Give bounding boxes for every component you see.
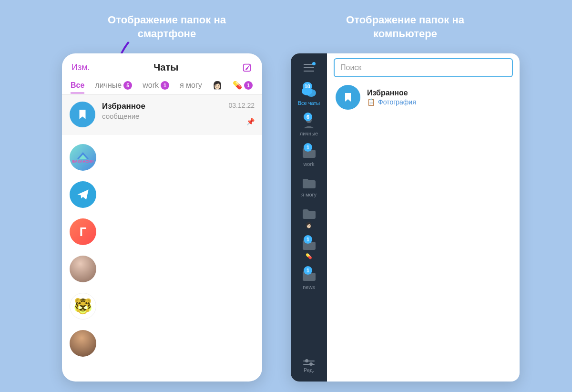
sidebar-edit-label: Ред. [303, 367, 315, 373]
tab-badge: 5 [123, 81, 132, 90]
chat-row-saved[interactable]: Избранное 📋 Фотография [334, 77, 513, 117]
saved-messages-icon [70, 102, 95, 127]
desktop-screenshot: 10 Все чаты 6 личные 1 work [291, 53, 520, 382]
chat-subtitle: сообщение [102, 112, 229, 120]
sidebar-badge: 10 [303, 82, 312, 91]
chat-subtitle: 📋 Фотография [367, 98, 416, 106]
tab-emoji-woman[interactable]: 👩🏻 [213, 81, 222, 90]
caption-smartphone: Отображение папок на смартфоне [81, 13, 253, 41]
avatar-letter[interactable]: Г [70, 218, 96, 245]
avatar-vacancy[interactable]: ВАКАНСИИ [70, 144, 96, 171]
desktop-sidebar: 10 Все чаты 6 личные 1 work [291, 53, 327, 382]
tab-all[interactable]: Все [71, 81, 84, 93]
sidebar-edit-button[interactable]: Ред. [303, 351, 315, 382]
search-placeholder: Поиск [340, 63, 361, 72]
avatar-photo[interactable] [70, 330, 96, 357]
tab-label: я могу [180, 81, 202, 90]
sidebar-item-label: 💊 [291, 253, 327, 259]
tab-label: личные [95, 81, 122, 90]
sidebar-item-label: 👩🏻 [291, 222, 327, 228]
sidebar-item-label: личные [291, 131, 327, 136]
chat-meta: Избранное 📋 Фотография [367, 89, 416, 106]
tab-icon: 👩🏻 [213, 81, 222, 90]
avatar-list: ВАКАНСИИ Г 🐯 [62, 134, 262, 372]
folder-tabs: Все личные 5 work 1 я могу 👩🏻 💊 1 [62, 78, 262, 95]
tab-yamogu[interactable]: я могу [180, 81, 202, 90]
sliders-icon [303, 361, 315, 365]
avatar-telegram[interactable] [70, 181, 96, 208]
sidebar-item-emoji-woman[interactable]: 👩🏻 [291, 203, 327, 232]
chat-date: 03.12.22 [229, 102, 255, 109]
tab-work[interactable]: work 1 [143, 81, 169, 90]
sidebar-badge: 1 [304, 235, 312, 244]
caption-desktop: Отображение папок на компьютере [319, 13, 491, 41]
phone-header: Изм. Чаты [62, 53, 262, 78]
tab-personal[interactable]: личные 5 [95, 81, 132, 90]
chats-icon: 10 [301, 85, 317, 98]
folder-icon: 1 [301, 269, 317, 282]
avatar-cat[interactable]: 🐯 [70, 293, 96, 320]
avatar-photo[interactable] [70, 256, 96, 282]
chat-subtitle-text: Фотография [378, 98, 416, 106]
sidebar-item-all-chats[interactable]: 10 Все чаты [291, 81, 327, 110]
chats-title: Чаты [153, 62, 178, 73]
search-input[interactable]: Поиск [334, 58, 513, 77]
pin-icon: 📌 [229, 118, 255, 125]
folder-icon [301, 207, 317, 220]
chat-name: Избранное [102, 102, 229, 111]
compose-icon[interactable] [242, 62, 253, 73]
desktop-main: Поиск Избранное 📋 Фотография [327, 53, 520, 382]
sidebar-item-label: work [291, 161, 327, 167]
saved-messages-icon [336, 85, 360, 110]
chat-name: Избранное [367, 89, 416, 97]
folder-icon [301, 176, 317, 190]
folder-icon: 1 [301, 238, 317, 251]
tab-label: Все [71, 81, 84, 90]
person-icon: 6 [301, 115, 317, 129]
sidebar-badge: 1 [304, 143, 312, 152]
sidebar-item-label: я могу [291, 192, 327, 197]
chat-row-saved[interactable]: Избранное сообщение 03.12.22 📌 [62, 95, 262, 134]
edit-button[interactable]: Изм. [72, 62, 90, 72]
sidebar-badge: 1 [304, 266, 312, 275]
tab-icon: 💊 [233, 81, 242, 90]
phone-screenshot: Изм. Чаты Все личные 5 work 1 я могу 👩🏻 … [62, 53, 262, 382]
sidebar-item-yamogu[interactable]: я могу [291, 173, 327, 201]
folder-icon: 1 [301, 146, 317, 159]
menu-button[interactable] [299, 60, 318, 75]
chat-right: 03.12.22 📌 [229, 102, 255, 127]
avatar-label: ВАКАНСИИ [72, 160, 94, 164]
hamburger-icon [304, 67, 314, 68]
sidebar-item-emoji-pill[interactable]: 1 💊 [291, 234, 327, 263]
sidebar-item-work[interactable]: 1 work [291, 142, 327, 171]
sidebar-badge: 6 [304, 113, 312, 121]
sidebar-item-label: news [291, 284, 327, 290]
tab-badge: 1 [244, 81, 253, 90]
sidebar-item-news[interactable]: 1 news [291, 265, 327, 294]
sidebar-item-label: Все чаты [291, 100, 327, 106]
tab-label: work [143, 81, 159, 90]
tab-badge: 1 [161, 81, 169, 90]
chat-meta: Избранное сообщение [102, 102, 229, 127]
avatar-label: Г [80, 225, 87, 239]
tab-emoji-pill[interactable]: 💊 1 [233, 81, 253, 90]
notification-dot [312, 62, 316, 65]
attachment-icon: 📋 [367, 98, 375, 106]
sidebar-item-personal[interactable]: 6 личные [291, 112, 327, 140]
